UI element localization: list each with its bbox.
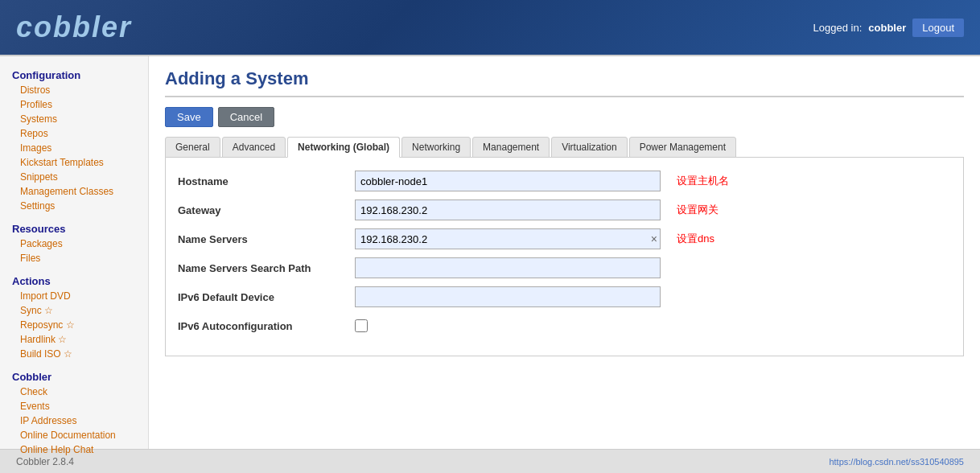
header: cobbler Logged in: cobbler Logout [0, 0, 980, 56]
tab-networking-global[interactable]: Networking (Global) [287, 137, 400, 158]
sidebar-section-title: Cobbler [0, 366, 148, 385]
hostname-field[interactable] [355, 171, 661, 191]
label-gateway-field: Gateway [178, 204, 355, 216]
logged-in-label: Logged in: [813, 22, 863, 34]
tab-virtualization[interactable]: Virtualization [551, 137, 627, 158]
form-row-name-servers-field: Name Servers×设置dns [178, 228, 951, 250]
label-name-servers-field: Name Servers [178, 233, 355, 245]
form-row-gateway-field: Gateway设置网关 [178, 199, 951, 221]
wrap-name-servers-field: × [355, 228, 661, 249]
sidebar-section-title: Actions [0, 270, 148, 289]
sidebar-repos[interactable]: Repos [0, 126, 148, 141]
sidebar-section-title: Configuration [0, 64, 148, 83]
sidebar-snippets[interactable]: Snippets [0, 170, 148, 184]
sidebar-events[interactable]: Events [0, 399, 148, 413]
ipv6-autoconfig-field[interactable] [355, 319, 368, 332]
wrap-ipv6-default-device-field [355, 286, 661, 307]
sidebar-sync[interactable]: Sync ☆ [0, 303, 148, 318]
wrap-gateway-field [355, 199, 661, 220]
annotation-name-servers-field: 设置dns [677, 232, 714, 246]
form-row-ipv6-default-device-field: IPv6 Default Device [178, 286, 951, 308]
sidebar-files[interactable]: Files [0, 251, 148, 265]
tabs-bar: GeneralAdvancedNetworking (Global)Networ… [165, 137, 964, 158]
form-panel: Hostname设置主机名Gateway设置网关Name Servers×设置d… [165, 158, 964, 356]
annotation-hostname-field: 设置主机名 [677, 174, 729, 188]
tab-advanced[interactable]: Advanced [222, 137, 286, 158]
sidebar-packages[interactable]: Packages [0, 236, 148, 251]
sidebar-build-iso[interactable]: Build ISO ☆ [0, 347, 148, 361]
logo: cobbler [16, 10, 132, 44]
save-button[interactable]: Save [165, 107, 213, 127]
annotation-gateway-field: 设置网关 [677, 203, 719, 217]
form-row-name-servers-search-field: Name Servers Search Path [178, 257, 951, 279]
tab-general[interactable]: General [165, 137, 220, 158]
wrap-hostname-field [355, 171, 661, 191]
label-ipv6-default-device-field: IPv6 Default Device [178, 291, 355, 303]
cancel-button[interactable]: Cancel [218, 107, 274, 127]
content-area: Adding a System Save Cancel GeneralAdvan… [149, 56, 980, 449]
name-servers-search-field[interactable] [355, 257, 661, 278]
logout-button[interactable]: Logout [912, 19, 964, 37]
sidebar-reposync[interactable]: Reposync ☆ [0, 318, 148, 332]
page-title: Adding a System [165, 68, 964, 97]
gateway-field[interactable] [355, 199, 661, 220]
sidebar-settings[interactable]: Settings [0, 199, 148, 213]
tab-power-management[interactable]: Power Management [629, 137, 736, 158]
sidebar-systems[interactable]: Systems [0, 112, 148, 126]
sidebar-check[interactable]: Check [0, 385, 148, 399]
sidebar-images[interactable]: Images [0, 141, 148, 155]
label-name-servers-search-field: Name Servers Search Path [178, 262, 355, 274]
main-layout: ConfigurationDistrosProfilesSystemsRepos… [0, 56, 980, 449]
label-hostname-field: Hostname [178, 175, 355, 187]
tab-networking[interactable]: Networking [401, 137, 471, 158]
sidebar-section-title: Resources [0, 218, 148, 236]
clear-btn-name-servers-field[interactable]: × [651, 233, 657, 245]
sidebar-help-chat[interactable]: Online Help Chat [0, 442, 148, 457]
sidebar-mgmt-classes[interactable]: Management Classes [0, 184, 148, 199]
sidebar-profiles[interactable]: Profiles [0, 97, 148, 112]
header-right: Logged in: cobbler Logout [813, 19, 964, 37]
form-row-ipv6-autoconfig-field: IPv6 Autoconfiguration [178, 315, 951, 337]
sidebar-distros[interactable]: Distros [0, 83, 148, 97]
name-servers-field[interactable] [355, 228, 661, 249]
tab-management[interactable]: Management [472, 137, 550, 158]
action-buttons: Save Cancel [165, 107, 964, 127]
sidebar-import-dvd[interactable]: Import DVD [0, 289, 148, 303]
footer-link: https://blog.csdn.net/ss310540895 [829, 457, 964, 467]
ipv6-default-device-field[interactable] [355, 286, 661, 307]
username-label: cobbler [868, 22, 906, 34]
sidebar-hardlink[interactable]: Hardlink ☆ [0, 332, 148, 347]
label-ipv6-autoconfig-field: IPv6 Autoconfiguration [178, 320, 355, 332]
version-label: Cobbler 2.8.4 [16, 456, 74, 467]
form-row-hostname-field: Hostname设置主机名 [178, 170, 951, 192]
sidebar: ConfigurationDistrosProfilesSystemsRepos… [0, 56, 149, 449]
sidebar-kickstart[interactable]: Kickstart Templates [0, 155, 148, 170]
wrap-name-servers-search-field [355, 257, 661, 278]
sidebar-ip-addresses[interactable]: IP Addresses [0, 413, 148, 428]
sidebar-online-doc[interactable]: Online Documentation [0, 428, 148, 442]
